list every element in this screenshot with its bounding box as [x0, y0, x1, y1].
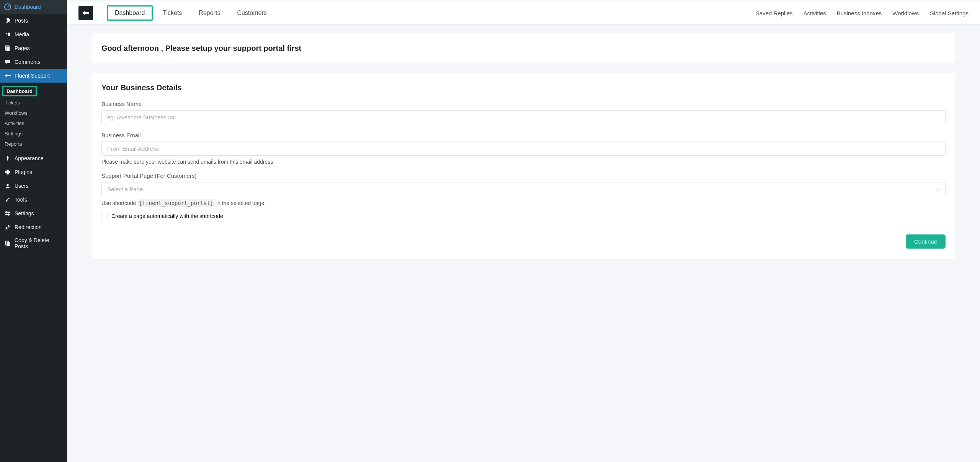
sidebar-item-label: Pages — [15, 45, 30, 51]
plugins-icon — [4, 168, 11, 176]
top-nav: Dashboard Tickets Reports Customers Save… — [67, 2, 980, 25]
portal-page-group: Support Portal Page (For Customers) Sele… — [101, 172, 946, 219]
svg-rect-2 — [8, 33, 10, 36]
business-name-input[interactable] — [101, 110, 946, 124]
svg-point-5 — [7, 184, 8, 186]
sidebar-item-copy-delete-posts[interactable]: Copy & Delete Posts — [0, 234, 67, 252]
auto-create-label: Create a page automatically with the sho… — [111, 213, 223, 219]
auto-create-checkbox[interactable] — [101, 213, 108, 219]
auto-create-row: Create a page automatically with the sho… — [101, 213, 946, 219]
sidebar-item-label: Plugins — [15, 169, 32, 175]
sidebar-item-tools[interactable]: Tools — [0, 193, 67, 207]
greeting-card: Good afternoon , Please setup your suppo… — [91, 33, 956, 63]
nav-tab-dashboard[interactable]: Dashboard — [107, 5, 153, 21]
sidebar-item-label: Copy & Delete Posts — [15, 237, 63, 249]
svg-point-1 — [6, 33, 7, 34]
svg-rect-7 — [5, 214, 10, 215]
svg-rect-8 — [6, 211, 7, 213]
dashboard-icon — [4, 3, 11, 11]
submenu-item-reports[interactable]: Reports — [0, 139, 67, 149]
business-name-label: Business Name — [101, 101, 946, 107]
sidebar-item-posts[interactable]: Posts — [0, 14, 67, 28]
business-details-form: Your Business Details Business Name Busi… — [91, 73, 956, 259]
sidebar-item-settings[interactable]: Settings — [0, 207, 67, 220]
submenu-item-dashboard[interactable]: Dashboard — [2, 86, 37, 96]
sidebar-item-label: Posts — [15, 18, 28, 24]
nav-link-workflows[interactable]: Workflows — [892, 10, 919, 16]
nav-right: Saved Replies Activities Business Inboxe… — [756, 10, 969, 16]
submenu-item-activities[interactable]: Activities — [0, 118, 67, 129]
app-logo — [78, 6, 93, 20]
main-panel: Good afternoon , Please setup your suppo… — [67, 25, 980, 268]
nav-tab-customers[interactable]: Customers — [230, 7, 273, 20]
sidebar-item-appearance[interactable]: Appearance — [0, 151, 67, 165]
settings-icon — [4, 210, 11, 217]
shortcode-post: in the selected page. — [216, 200, 266, 206]
nav-left: Dashboard Tickets Reports Customers — [107, 5, 274, 21]
fluent-support-icon — [4, 72, 11, 80]
nav-tab-reports[interactable]: Reports — [192, 7, 227, 20]
business-email-group: Business Email Please make sure your web… — [101, 132, 946, 165]
copy-icon — [4, 239, 11, 247]
sidebar-item-label: Redirection — [15, 224, 42, 230]
business-email-label: Business Email — [101, 132, 946, 138]
users-icon — [4, 182, 11, 190]
shortcode-line: Use shortcode [fluent_support_portal] in… — [101, 200, 946, 206]
submenu-item-settings[interactable]: Settings — [0, 129, 67, 139]
appearance-icon — [4, 155, 11, 162]
sidebar-item-label: Settings — [15, 210, 34, 216]
svg-rect-6 — [5, 212, 10, 213]
business-name-group: Business Name — [101, 101, 946, 124]
nav-link-activities[interactable]: Activities — [804, 10, 826, 16]
wp-admin-sidebar: Dashboard Posts Media Pages Comments — [0, 0, 67, 462]
submenu-item-tickets[interactable]: Tickets — [0, 98, 67, 108]
sidebar-item-label: Users — [15, 183, 29, 189]
sidebar-item-label: Appearance — [15, 155, 44, 161]
sidebar-item-label: Comments — [15, 59, 41, 65]
sidebar-item-fluent-support[interactable]: Fluent Support — [0, 69, 67, 83]
chevron-down-icon: ▽ — [936, 187, 940, 192]
nav-tab-tickets[interactable]: Tickets — [156, 7, 189, 20]
sidebar-item-label: Media — [15, 31, 29, 37]
greeting-text: Good afternoon , Please setup your suppo… — [101, 44, 946, 53]
redirection-icon — [4, 223, 11, 231]
sidebar-item-redirection[interactable]: Redirection — [0, 220, 67, 234]
sidebar-item-label: Fluent Support — [15, 73, 50, 79]
nav-link-saved-replies[interactable]: Saved Replies — [756, 10, 793, 16]
sidebar-item-media[interactable]: Media — [0, 28, 67, 41]
nav-link-global-settings[interactable]: Global Settings — [929, 10, 969, 16]
pages-icon — [4, 44, 11, 52]
comments-icon — [4, 58, 11, 66]
content-area: Dashboard Tickets Reports Customers Save… — [67, 0, 980, 462]
sidebar-item-dashboard[interactable]: Dashboard — [0, 0, 67, 14]
continue-button[interactable]: Continue — [906, 234, 946, 249]
form-footer: Continue — [101, 234, 946, 249]
form-title: Your Business Details — [101, 83, 946, 92]
sidebar-item-label: Dashboard — [15, 4, 41, 10]
portal-page-placeholder: Select a Page — [107, 186, 143, 192]
svg-rect-4 — [6, 47, 10, 51]
business-email-input[interactable] — [101, 142, 946, 156]
svg-rect-9 — [8, 213, 9, 216]
portal-page-select[interactable]: Select a Page ▽ — [101, 182, 946, 196]
submenu-item-workflows[interactable]: Workflows — [0, 108, 67, 118]
wp-submenu: Dashboard Tickets Workflows Activities S… — [0, 83, 67, 151]
sidebar-item-label: Tools — [15, 197, 27, 203]
business-email-helper: Please make sure your website can send e… — [101, 159, 946, 165]
sidebar-item-users[interactable]: Users — [0, 179, 67, 193]
svg-rect-11 — [7, 242, 10, 246]
sidebar-item-plugins[interactable]: Plugins — [0, 165, 67, 179]
sidebar-item-comments[interactable]: Comments — [0, 55, 67, 69]
pin-icon — [4, 17, 11, 24]
tools-icon — [4, 196, 11, 203]
portal-page-label: Support Portal Page (For Customers) — [101, 172, 946, 179]
shortcode-code: [fluent_support_portal] — [137, 199, 215, 207]
shortcode-pre: Use shortcode — [101, 200, 136, 206]
media-icon — [4, 31, 11, 38]
nav-link-business-inboxes[interactable]: Business Inboxes — [837, 10, 882, 16]
sidebar-item-pages[interactable]: Pages — [0, 41, 67, 55]
